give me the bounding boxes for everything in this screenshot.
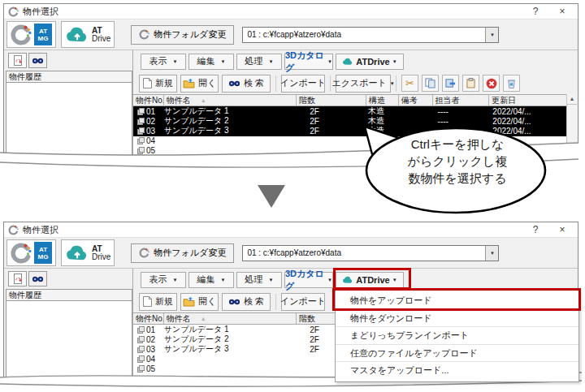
divider xyxy=(275,75,276,92)
history-view-button[interactable] xyxy=(8,271,27,286)
folder-path-select[interactable]: 01 : c:¥fcapp¥atzero¥data ▼ xyxy=(242,245,499,261)
search-label: 検 索 xyxy=(244,77,264,89)
menu-3dcatalog-button[interactable]: 3Dカタログ▼ xyxy=(284,272,333,288)
folder-path-value: 01 : c:¥fcapp¥atzero¥data xyxy=(247,30,485,39)
callout-line: 数物件を選択する xyxy=(380,170,535,187)
cut-button[interactable]: ✂ xyxy=(401,75,418,92)
menu-item-madoricchi-plan-import[interactable]: まどりっちプランインポート xyxy=(336,327,578,345)
property-icon xyxy=(137,346,145,353)
dropdown-arrow-icon[interactable]: ▼ xyxy=(485,246,498,261)
menu-edit-button[interactable]: 編集▼ xyxy=(188,54,234,70)
property-icon xyxy=(137,326,145,334)
search-view-button[interactable] xyxy=(28,271,47,286)
help-button[interactable]: ? xyxy=(524,224,547,235)
copy-button[interactable] xyxy=(422,75,439,92)
atdrive-app-button[interactable]: ATDrive xyxy=(61,239,115,266)
property-icon xyxy=(137,137,145,144)
paste-button[interactable] xyxy=(462,75,479,92)
atmg-app-button[interactable]: ATMG xyxy=(6,239,56,266)
folder-change-label: 物件フォルダ変更 xyxy=(154,247,226,259)
delete-button[interactable] xyxy=(483,75,500,92)
chevron-down-icon: ▼ xyxy=(392,59,397,64)
menu-atdrive-label: ATDrive xyxy=(356,57,389,67)
col-header-name[interactable]: 物件名▲ xyxy=(164,313,297,324)
titlebar: 物件選択 ? × xyxy=(4,4,578,19)
menu-edit-label: 編集 xyxy=(197,274,215,286)
menu-item-upload-master[interactable]: マスタをアップロード... xyxy=(336,362,578,380)
menu-process-button[interactable]: 処理▼ xyxy=(236,272,282,288)
export-button[interactable]: エクスポート▼ xyxy=(336,75,391,93)
folder-change-button[interactable]: 物件フォルダ変更 xyxy=(131,25,234,45)
history-view-button[interactable] xyxy=(8,53,27,68)
history-list[interactable] xyxy=(6,83,132,171)
table-scrollbar[interactable]: ▲ xyxy=(566,94,577,173)
menu-edit-button[interactable]: 編集▼ xyxy=(188,272,234,288)
close-button[interactable]: × xyxy=(551,6,574,17)
folder-path-select[interactable]: 01 : c:¥fcapp¥atzero¥data ▼ xyxy=(242,27,499,43)
callout-line: Ctrlキーを押しな xyxy=(380,136,535,153)
menu-process-label: 処理 xyxy=(245,274,263,286)
history-list[interactable] xyxy=(6,301,132,381)
menu-view-label: 表示 xyxy=(150,55,167,67)
actionbar: 新規 開く 検 索 インポート エクスポート▼ ✂ xyxy=(133,72,577,94)
menu-item-download-property[interactable]: 物件をダウンロード xyxy=(336,310,578,328)
dropdown-arrow-icon[interactable]: ▼ xyxy=(485,28,498,42)
atmg-app-button[interactable]: ATMG xyxy=(6,21,56,48)
divider xyxy=(330,75,331,92)
col-header-updated[interactable]: 更新日 xyxy=(489,95,566,106)
col-header-name[interactable]: 物件名▲ xyxy=(164,95,297,106)
duplicate-button[interactable] xyxy=(442,75,459,92)
help-button[interactable]: ? xyxy=(524,6,547,17)
scrollbar-up-icon[interactable]: ▲ xyxy=(567,94,577,105)
col-header-no[interactable]: 物件No. xyxy=(133,95,164,106)
menu-view-button[interactable]: 表示▼ xyxy=(141,54,186,70)
recycle-bin-button[interactable] xyxy=(503,75,520,92)
new-doc-icon xyxy=(143,78,152,88)
table-row[interactable]: 03 サンプルデータ 3 2F 木造 ---- 2022/04/... xyxy=(133,126,566,136)
highlight-box-upload-item xyxy=(332,288,581,311)
new-button[interactable]: 新規 xyxy=(139,75,177,93)
import-button[interactable]: インポート xyxy=(281,293,325,311)
menu-process-label: 処理 xyxy=(245,55,263,67)
recycle-bin-icon xyxy=(507,78,516,88)
search-button[interactable]: 検 索 xyxy=(222,293,271,311)
open-button[interactable]: 開く xyxy=(180,293,219,311)
col-header-structure[interactable]: 構造 xyxy=(366,95,399,106)
property-icon xyxy=(137,118,145,125)
duplicate-icon xyxy=(445,78,456,88)
chevron-down-icon: ▼ xyxy=(221,278,226,282)
new-button[interactable]: 新規 xyxy=(139,293,177,311)
col-header-note[interactable]: 備考 xyxy=(399,95,433,106)
folder-change-button[interactable]: 物件フォルダ変更 xyxy=(131,243,234,263)
search-view-button[interactable] xyxy=(28,53,47,68)
menu-item-upload-any-file[interactable]: 任意のファイルをアップロード xyxy=(336,345,578,363)
menu-3dcatalog-button[interactable]: 3Dカタログ▼ xyxy=(284,54,333,70)
menu-atdrive-button[interactable]: ATDrive ▼ xyxy=(336,54,404,70)
col-header-manager[interactable]: 担当者 xyxy=(433,95,490,106)
menu-view-button[interactable]: 表示▼ xyxy=(141,272,186,288)
sidebar: 物件履歴 xyxy=(6,51,132,171)
search-button[interactable]: 検 索 xyxy=(222,75,271,93)
atmg-logo-icon xyxy=(11,24,32,45)
sidebar-toolbar xyxy=(6,51,132,71)
col-header-no[interactable]: 物件No. xyxy=(133,313,164,324)
col-header-name-label: 物件名 xyxy=(167,313,191,324)
atmg-badge: ATMG xyxy=(34,242,52,264)
property-icon xyxy=(137,147,145,154)
col-header-floors[interactable]: 階数 xyxy=(297,95,366,106)
history-doc-icon xyxy=(13,55,23,66)
callout-text: Ctrlキーを押しな がらクリックし複 数物件を選択する xyxy=(380,136,535,187)
menu-edit-label: 編集 xyxy=(197,55,215,67)
folder-change-logo-icon xyxy=(139,248,150,258)
close-button[interactable]: × xyxy=(551,224,574,235)
atdrive-app-button[interactable]: ATDrive xyxy=(61,21,115,48)
chevron-down-icon: ▼ xyxy=(269,59,274,64)
menubar: 表示▼ 編集▼ 処理▼ 3Dカタログ▼ ATDrive ▼ xyxy=(133,50,577,72)
property-select-window-bottom: 物件選択 ? × ATMG ATDrive 物件フォルダ変更 01 : c:¥f… xyxy=(3,222,578,384)
open-button[interactable]: 開く xyxy=(180,75,219,93)
chevron-down-icon: ▼ xyxy=(221,59,226,64)
open-label: 開く xyxy=(198,77,216,89)
import-button[interactable]: インポート xyxy=(281,75,325,93)
menu-process-button[interactable]: 処理▼ xyxy=(236,54,282,70)
divider xyxy=(275,294,276,310)
